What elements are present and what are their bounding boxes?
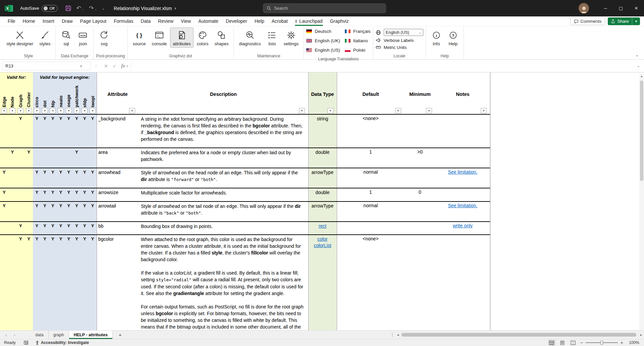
language-italiano[interactable]: Italiano <box>345 38 371 43</box>
tab-draw[interactable]: Draw <box>58 16 76 26</box>
filter-button[interactable]: ▼ <box>66 108 72 113</box>
next-sheet-icon[interactable]: › <box>14 332 15 338</box>
sheetbar-menu-icon[interactable]: ⋮ <box>390 332 394 337</box>
fx-dropdown-icon[interactable]: ∨ <box>126 64 131 68</box>
tab-page-layout[interactable]: Page Layout <box>76 16 110 26</box>
tab-review[interactable]: Review <box>154 16 177 26</box>
enter-formula-icon[interactable]: ✓ <box>110 63 119 69</box>
tab-file[interactable]: File <box>4 16 19 26</box>
console-button[interactable]: >_console <box>149 27 170 48</box>
filter-button[interactable]: ▼ <box>1 108 7 113</box>
horizontal-scroll-thumb[interactable] <box>401 333 636 337</box>
formula-input[interactable] <box>131 62 635 70</box>
data-type-link[interactable]: rect <box>319 223 326 229</box>
scroll-up-icon[interactable]: ▲ <box>639 74 644 78</box>
zoom-slider[interactable] <box>586 340 618 345</box>
redo-button[interactable]: ↷⌄ <box>89 5 97 11</box>
autosave-toggle[interactable]: Off <box>42 5 58 12</box>
filter-button[interactable]: ▼ <box>299 108 305 113</box>
sheet-tab-data[interactable]: data <box>31 331 48 339</box>
search-input[interactable] <box>274 6 375 11</box>
filter-button[interactable]: ▼ <box>58 108 64 113</box>
name-box[interactable]: ∨ <box>2 62 91 70</box>
filter-button[interactable]: ▼ <box>42 108 48 113</box>
colors-button[interactable]: colors <box>194 27 211 48</box>
notes-link[interactable]: See limitation. <box>448 203 478 208</box>
zoom-level[interactable]: 100% <box>627 340 639 345</box>
filter-button[interactable]: ▼ <box>90 108 96 113</box>
sheet-tab-graph[interactable]: graph <box>49 331 69 339</box>
save-icon[interactable] <box>65 5 71 11</box>
notes-link[interactable]: See limitation. <box>448 169 478 175</box>
filter-button[interactable]: ▼ <box>34 108 40 113</box>
sql-button[interactable]: sql <box>58 27 74 48</box>
page-break-view-icon[interactable] <box>570 340 577 346</box>
filter-button[interactable]: ▼ <box>9 108 15 113</box>
accessibility-status[interactable]: Accessibility: Investigate <box>32 340 92 345</box>
maximize-button[interactable]: ▢ <box>613 0 629 16</box>
filter-button[interactable]: ▼ <box>26 108 32 113</box>
zoom-out-icon[interactable]: − <box>580 340 583 345</box>
lists-button[interactable]: lists <box>264 27 280 48</box>
diagnostics-button[interactable]: diagnostics <box>236 27 263 48</box>
collapse-ribbon-icon[interactable]: ⌄ <box>635 53 639 57</box>
info-button[interactable]: iInfo <box>428 27 444 48</box>
macro-record-icon[interactable] <box>20 341 32 345</box>
zoom-in-icon[interactable]: + <box>621 340 623 345</box>
tab-launchpad[interactable]: ‖Launchpad <box>291 16 326 26</box>
attributes-button[interactable]: attributes <box>170 27 193 48</box>
filter-button[interactable]: ▼ <box>50 108 56 113</box>
filter-button[interactable]: ▼ <box>481 108 487 113</box>
language-polski[interactable]: Polski <box>345 48 371 53</box>
search-box[interactable] <box>263 3 386 13</box>
notes-link[interactable]: write only <box>453 223 473 228</box>
shapes-button[interactable]: shapes <box>212 27 231 48</box>
settings-button[interactable]: settings <box>281 27 301 48</box>
share-dropdown-icon[interactable]: ▼ <box>632 17 640 25</box>
normal-view-icon[interactable] <box>548 340 555 346</box>
data-type-link[interactable]: colorList <box>314 243 331 248</box>
tab-formulas[interactable]: Formulas <box>110 16 137 26</box>
zoom-slider-thumb[interactable] <box>600 341 603 345</box>
name-box-input[interactable] <box>2 63 78 68</box>
language-deutsch[interactable]: Deutsch <box>306 29 340 34</box>
sheet-tab-help-attributes[interactable]: HELP - attributes <box>69 331 113 339</box>
tab-home[interactable]: Home <box>19 16 39 26</box>
tab-view[interactable]: View <box>177 16 195 26</box>
tab-automate[interactable]: Automate <box>195 16 222 26</box>
insert-function-icon[interactable]: fx <box>119 63 126 69</box>
document-title[interactable]: Relationship Visualizer.xlsm ∨ <box>114 6 177 11</box>
filter-button[interactable]: ▼ <box>395 108 401 113</box>
tab-developer[interactable]: Developer <box>222 16 251 26</box>
scroll-right-icon[interactable]: ▸ <box>640 333 642 337</box>
help-button[interactable]: ?Help <box>445 27 461 48</box>
tab-help[interactable]: Help <box>251 16 268 26</box>
minimize-button[interactable]: ─ <box>598 0 613 16</box>
tab-insert[interactable]: Insert <box>39 16 58 26</box>
filter-button[interactable]: ▼ <box>82 108 88 113</box>
locale-verbose-labels[interactable]: Verbose Labels <box>376 38 414 43</box>
prev-sheet-icon[interactable]: ‹ <box>5 332 7 338</box>
language-english-us[interactable]: English (US) <box>306 48 340 53</box>
styles-button[interactable]: styles <box>37 27 53 48</box>
horizontal-scrollbar[interactable]: ◂ ▸ <box>397 331 642 339</box>
locale-dropdown[interactable]: English (US)⌄ <box>384 29 423 36</box>
filter-button[interactable]: ▼ <box>129 108 135 113</box>
tab-graphviz[interactable]: Graphviz <box>326 16 353 26</box>
svg-button[interactable]: svg <box>96 27 112 48</box>
language-english-uk[interactable]: English (UK) <box>306 38 340 43</box>
close-button[interactable]: ✕ <box>629 0 644 16</box>
filter-button[interactable]: ▼ <box>74 108 80 113</box>
name-box-dropdown-icon[interactable]: ∨ <box>80 64 82 68</box>
tab-acrobat[interactable]: Acrobat <box>268 16 291 26</box>
customize-toolbar-icon[interactable]: ⌄ <box>102 6 105 10</box>
json-button[interactable]: JSONjson <box>75 27 91 48</box>
comments-button[interactable]: Comments <box>570 17 605 25</box>
vertical-scrollbar[interactable]: ▲ <box>639 74 644 330</box>
language-fran-ais[interactable]: Français <box>345 29 371 34</box>
page-layout-view-icon[interactable] <box>559 340 566 346</box>
share-button[interactable]: Share ▼ <box>608 17 640 25</box>
avatar[interactable] <box>579 3 589 13</box>
vertical-scroll-thumb[interactable] <box>640 80 643 181</box>
style-designer-button[interactable]: style designer <box>4 27 36 48</box>
